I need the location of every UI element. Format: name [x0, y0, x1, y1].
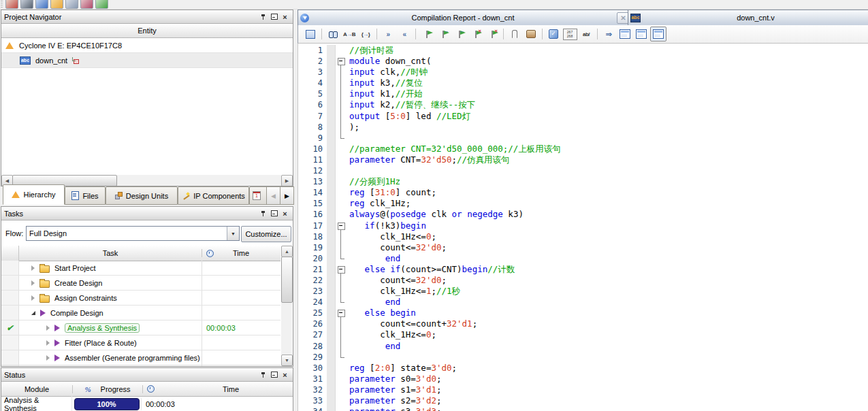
task-cell[interactable]: Assign Constraints	[19, 291, 202, 305]
code-line[interactable]: count<=32'd0;	[347, 242, 447, 253]
customize-button[interactable]: Customize...	[241, 226, 291, 242]
pane-bottom-icon[interactable]	[617, 27, 632, 41]
code-line[interactable]: //分频到1Hz	[347, 176, 400, 187]
scroll-down-icon[interactable]: ▼	[281, 355, 293, 366]
code-line[interactable]: always@(posedge clk or negedge k3)	[347, 209, 524, 220]
bookmark-delete-all-icon[interactable]: ×	[485, 27, 500, 41]
code-line[interactable]: parameter s1=3'd1;	[347, 384, 441, 395]
bookmark-previous-icon[interactable]: ←	[452, 27, 467, 41]
task-row[interactable]: Assign Constraints	[1, 291, 280, 306]
task-row[interactable]: Compile Design	[1, 306, 280, 320]
code-line[interactable]: );	[347, 122, 359, 133]
code-line[interactable]: module down_cnt(	[347, 56, 431, 67]
report-seal-icon[interactable]	[5, 0, 18, 9]
expander-icon[interactable]	[31, 295, 35, 301]
scroll-up-icon[interactable]: ▲	[281, 246, 293, 257]
macro-icon[interactable]	[524, 27, 539, 41]
code-line[interactable]: count<=32'd0;	[347, 275, 447, 286]
expander-icon[interactable]	[31, 280, 35, 286]
task-cell[interactable]: Assembler (Generate programming files)	[19, 350, 202, 365]
match-brace-icon[interactable]: {→}	[358, 27, 373, 41]
flow-select[interactable]: Full Design ▼	[26, 226, 240, 241]
code-line[interactable]: //倒计时器	[347, 45, 393, 56]
tree-row-entity[interactable]: down_cnt	[1, 52, 293, 68]
task-cell[interactable]: Fitter (Place & Route)	[19, 335, 202, 350]
tree-row-device[interactable]: Cyclone IV E: EP4CE10F17C8	[1, 38, 293, 52]
check-window-icon[interactable]	[95, 0, 108, 9]
code-line[interactable]: parameter CNT=32'd50;//仿真用该句	[347, 154, 510, 165]
entity-column-header[interactable]: Entity	[1, 24, 293, 38]
task-cell[interactable]: Start Project	[19, 261, 202, 275]
code-line[interactable]: input k2,//暂停、继续--按下	[347, 99, 475, 110]
fold-box-icon[interactable]	[338, 310, 345, 317]
fold-marker[interactable]	[336, 308, 347, 318]
task-row[interactable]: Start Project	[1, 261, 280, 276]
tab-ip-components[interactable]: IP Components	[178, 186, 249, 205]
code-line[interactable]: count<=count+32'd1;	[347, 318, 477, 329]
code-line[interactable]: reg [2:0] state=3'd0;	[347, 363, 457, 374]
code-line[interactable]: else if(count>=CNT)begin//计数	[347, 264, 515, 275]
task-row[interactable]: ✔Analysis & Synthesis00:00:03	[1, 320, 280, 335]
close-icon[interactable]: ×	[280, 209, 290, 218]
pin-icon[interactable]	[258, 370, 268, 380]
tab-scroll-left-icon[interactable]: ◀	[266, 186, 280, 205]
code-line[interactable]	[347, 352, 349, 363]
code-line[interactable]: clk_1Hz<=0;	[347, 329, 436, 340]
task-row[interactable]: Fitter (Place & Route)	[1, 335, 280, 350]
pane-full-icon[interactable]	[650, 27, 666, 42]
task-row[interactable]: TimeQuest Timing Analysis	[1, 365, 280, 366]
indent-icon[interactable]: »	[381, 27, 396, 41]
tab-files[interactable]: Files	[65, 186, 106, 205]
fold-box-icon[interactable]	[338, 58, 345, 65]
expander-icon[interactable]	[31, 265, 35, 271]
task-cell[interactable]: Compile Design	[19, 306, 202, 320]
fold-marker[interactable]	[336, 220, 347, 231]
code-line[interactable]: parameter s3=3'd3;	[347, 406, 441, 411]
line-numbers-icon[interactable]: 267268	[562, 27, 577, 41]
fold-marker[interactable]	[336, 264, 347, 275]
expander-icon[interactable]	[31, 311, 35, 315]
close-icon[interactable]: ×	[280, 370, 290, 380]
code-line[interactable]: reg clk_1Hz;	[347, 198, 411, 209]
bookmark-next-icon[interactable]: →	[436, 27, 451, 41]
fold-box-icon[interactable]	[338, 266, 345, 274]
edit-pencil-icon[interactable]	[35, 0, 48, 9]
code-editor[interactable]: 1//倒计时器2module down_cnt(3input clk,//时钟4…	[298, 44, 868, 411]
code-line[interactable]: parameter s2=3'd2;	[347, 395, 441, 406]
float-icon[interactable]	[269, 370, 279, 380]
expander-icon[interactable]	[46, 340, 50, 346]
code-line[interactable]: clk_1Hz<=0;	[347, 231, 436, 242]
tab-scroll-right-icon[interactable]: ▶	[280, 186, 294, 205]
float-icon[interactable]	[269, 12, 279, 22]
check-syntax-icon[interactable]: ✓	[546, 27, 561, 41]
task-cell[interactable]: Analysis & Synthesis	[19, 320, 202, 335]
code-line[interactable]: input k3,//复位	[347, 78, 423, 88]
unindent-icon[interactable]: «	[397, 27, 412, 41]
attach-icon[interactable]	[507, 27, 522, 41]
close-icon[interactable]: ×	[280, 12, 290, 22]
task-row[interactable]: Assembler (Generate programming files)	[1, 350, 280, 365]
pin-icon[interactable]	[258, 209, 268, 218]
code-line[interactable]: end	[347, 253, 400, 264]
code-line[interactable]: parameter s0=3'd0;	[347, 374, 441, 384]
goto-icon[interactable]: ⇒	[601, 27, 616, 41]
status-row[interactable]: Analysis & Synthesis 100% 00:00:03	[1, 397, 293, 411]
find-binoculars-icon[interactable]	[20, 0, 33, 9]
code-line[interactable]	[347, 133, 349, 144]
scrollbar-thumb[interactable]	[281, 257, 293, 303]
expander-icon[interactable]	[46, 355, 50, 361]
code-line[interactable]: input clk,//时钟	[347, 67, 428, 78]
code-line[interactable]: input k1,//开始	[347, 88, 423, 99]
code-line[interactable]: //parameter CNT=32'd50_000_000;//上板用该句	[347, 144, 561, 154]
pane-top-icon[interactable]	[634, 27, 649, 41]
editor-window-titlebar[interactable]: down_cnt.v	[628, 10, 868, 26]
module-column-header[interactable]: Module	[1, 385, 73, 393]
code-line[interactable]: else begin	[347, 308, 416, 318]
refresh-arrows-icon[interactable]	[80, 0, 93, 9]
code-line[interactable]: if(!k3)begin	[347, 220, 426, 231]
tab-hierarchy[interactable]: Hierarchy	[3, 184, 65, 205]
code-line[interactable]: reg [31:0] count;	[347, 187, 436, 198]
task-row[interactable]: Create Design	[1, 276, 280, 291]
find-icon[interactable]	[325, 27, 340, 41]
pin-icon[interactable]	[258, 12, 268, 22]
